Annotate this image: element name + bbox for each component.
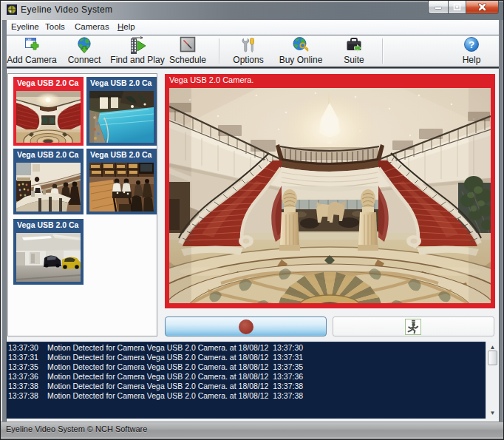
svg-text:CAM: CAM (26, 38, 31, 41)
svg-text:?: ? (469, 39, 474, 50)
